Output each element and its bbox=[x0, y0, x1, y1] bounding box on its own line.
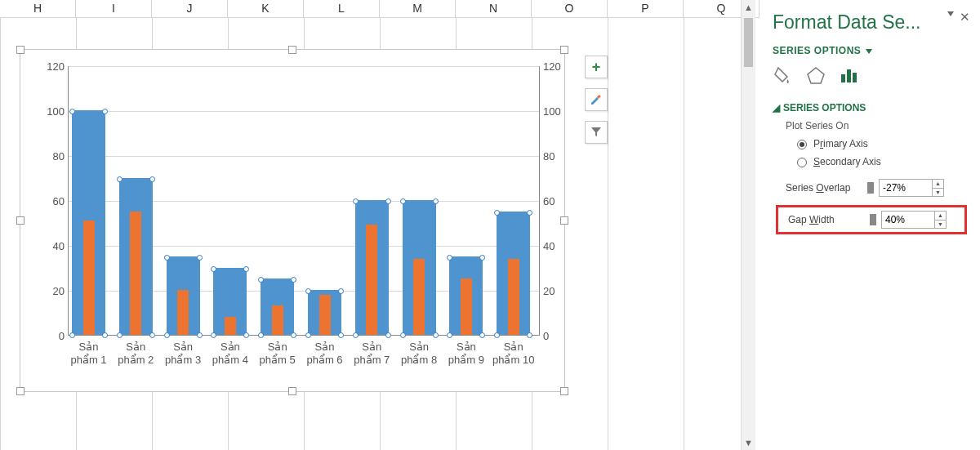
col-header[interactable]: I bbox=[76, 0, 152, 18]
resize-handle[interactable] bbox=[16, 216, 24, 225]
fill-line-icon[interactable] bbox=[773, 65, 794, 86]
radio-icon bbox=[797, 140, 807, 149]
slider-indicator[interactable] bbox=[870, 214, 876, 225]
funnel-icon bbox=[590, 125, 603, 140]
gap-width-label: Gap Width bbox=[788, 214, 870, 225]
vertical-scrollbar[interactable]: ▲ ▼ bbox=[741, 0, 755, 450]
chevron-down-icon bbox=[866, 49, 872, 54]
col-header[interactable]: J bbox=[152, 0, 228, 18]
scroll-thumb[interactable] bbox=[744, 18, 753, 67]
chart-y-axis-right: 020406080100120 bbox=[543, 66, 576, 336]
format-pane: ✕ Format Data Se... SERIES OPTIONS ◢SERI… bbox=[760, 0, 980, 450]
scroll-down-arrow[interactable]: ▼ bbox=[742, 435, 755, 450]
secondary-axis-radio[interactable]: Secondary Axis bbox=[797, 153, 967, 171]
series-overlap-input[interactable] bbox=[879, 179, 933, 197]
col-header[interactable]: H bbox=[0, 0, 76, 18]
col-header[interactable]: K bbox=[228, 0, 304, 18]
section-title-text: SERIES OPTIONS bbox=[783, 102, 866, 114]
chart-plot-area[interactable] bbox=[68, 66, 540, 336]
svg-rect-4 bbox=[853, 73, 857, 82]
chart-category-label: Sản phẩm 1 bbox=[65, 341, 112, 367]
resize-handle[interactable] bbox=[560, 387, 568, 395]
chart-filter-button[interactable] bbox=[585, 121, 608, 144]
scroll-up-arrow[interactable]: ▲ bbox=[742, 0, 755, 15]
chart-category-label: Sản phẩm 5 bbox=[254, 341, 301, 367]
primary-axis-radio[interactable]: Primary Axis bbox=[797, 135, 967, 153]
chart-category-label: Sản phẩm 9 bbox=[443, 341, 489, 367]
resize-handle[interactable] bbox=[16, 387, 24, 395]
close-icon[interactable]: ✕ bbox=[960, 10, 970, 25]
plus-icon: + bbox=[592, 59, 601, 76]
gap-width-spinner[interactable]: ▲▼ bbox=[935, 211, 947, 229]
embedded-chart[interactable]: 020406080100120 020406080100120 Sản phẩm… bbox=[20, 49, 565, 392]
resize-handle[interactable] bbox=[560, 46, 568, 54]
pane-dropdown-icon[interactable] bbox=[947, 11, 954, 16]
pane-subtitle-text: SERIES OPTIONS bbox=[773, 45, 861, 56]
gap-width-input[interactable] bbox=[881, 211, 935, 229]
svg-rect-2 bbox=[841, 74, 845, 82]
chart-category-label: Sản phẩm 6 bbox=[301, 341, 348, 367]
col-header[interactable]: L bbox=[304, 0, 380, 18]
radio-icon bbox=[797, 158, 807, 167]
pane-title: Format Data Se... bbox=[773, 11, 967, 33]
col-header[interactable]: N bbox=[456, 0, 532, 18]
chart-category-label: Sản phẩm 8 bbox=[396, 341, 443, 367]
svg-marker-1 bbox=[808, 68, 824, 83]
gap-width-row: Gap Width ▲▼ bbox=[788, 211, 961, 229]
brush-icon bbox=[589, 91, 604, 109]
chart-category-label: Sản phẩm 4 bbox=[207, 341, 253, 367]
col-header[interactable]: P bbox=[608, 0, 684, 18]
chart-side-buttons: + bbox=[585, 56, 612, 154]
series-overlap-spinner[interactable]: ▲▼ bbox=[933, 179, 944, 197]
col-header[interactable]: M bbox=[380, 0, 456, 18]
chart-y-axis-left: 020406080100120 bbox=[32, 66, 65, 336]
series-options-section[interactable]: ◢SERIES OPTIONS bbox=[773, 102, 967, 114]
pane-subtitle-dropdown[interactable]: SERIES OPTIONS bbox=[773, 45, 967, 56]
svg-rect-3 bbox=[847, 69, 851, 82]
resize-handle[interactable] bbox=[288, 387, 296, 395]
chart-category-label: Sản phẩm 2 bbox=[113, 341, 159, 367]
series-overlap-row: Series Overlap ▲▼ bbox=[786, 179, 967, 197]
resize-handle[interactable] bbox=[288, 46, 296, 54]
chart-bars[interactable] bbox=[69, 66, 539, 335]
slider-indicator[interactable] bbox=[867, 182, 874, 194]
chart-category-label: Sản phẩm 10 bbox=[490, 341, 537, 367]
chart-elements-button[interactable]: + bbox=[585, 56, 608, 78]
chart-styles-button[interactable] bbox=[585, 88, 608, 111]
chart-category-label: Sản phẩm 3 bbox=[160, 341, 207, 367]
resize-handle[interactable] bbox=[16, 46, 24, 54]
effects-icon[interactable] bbox=[805, 65, 826, 86]
series-overlap-label: Series Overlap bbox=[786, 182, 867, 194]
series-options-icon[interactable] bbox=[838, 65, 859, 86]
plot-series-on-label: Plot Series On bbox=[786, 120, 967, 131]
column-headers: H I J K L M N O P Q bbox=[0, 0, 760, 18]
chart-category-label: Sản phẩm 7 bbox=[349, 341, 395, 367]
col-header[interactable]: O bbox=[532, 0, 608, 18]
gap-width-highlight: Gap Width ▲▼ bbox=[776, 205, 967, 234]
